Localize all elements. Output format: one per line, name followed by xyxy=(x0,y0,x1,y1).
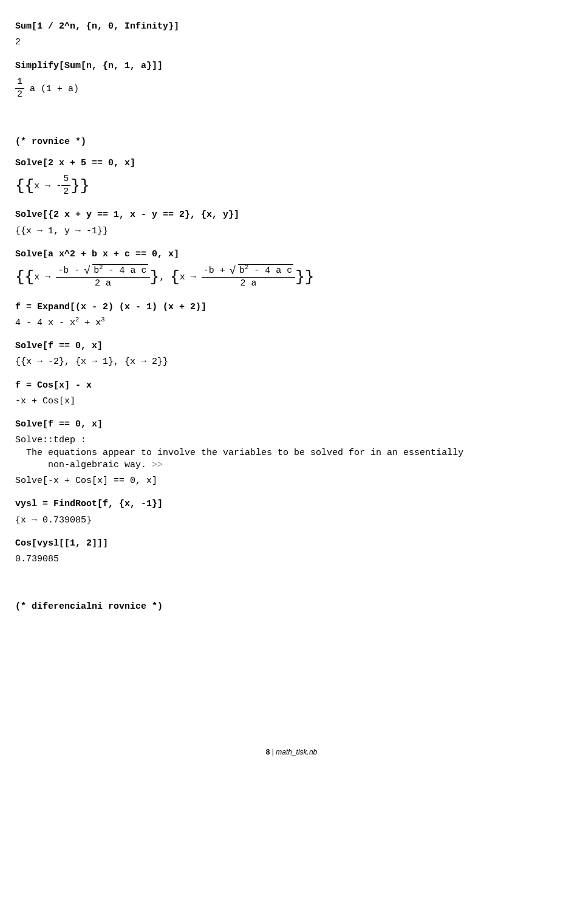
frac-num: 1 xyxy=(15,76,24,89)
rad-b: b xyxy=(239,265,245,276)
input-solve-linear: Solve[2 x + 5 == 0, x] xyxy=(15,157,568,169)
input-solve-f: Solve[f == 0, x] xyxy=(15,340,568,352)
frac-num: 5 xyxy=(61,173,70,186)
input-cos-vysl: Cos[vysl[[1, 2]]] xyxy=(15,538,568,550)
output-simplify-sum: 1 2 a (1 + a) xyxy=(15,76,568,101)
output-solve-system: {{x → 1, y → -1}} xyxy=(15,225,568,238)
input-expand: f = Expand[(x - 2) (x - 1) (x + 2)] xyxy=(15,301,568,313)
file-name: math_tisk.nb xyxy=(276,748,317,756)
rad-b: b xyxy=(94,265,99,276)
output-solve-linear: {{x → - 5 2 }} xyxy=(15,173,568,199)
output-f-cos: -x + Cos[x] xyxy=(15,395,568,408)
sol-x1-lhs: x → xyxy=(34,272,56,282)
sep: , xyxy=(159,272,170,282)
message-tdep: Solve::tdep : The equations appear to in… xyxy=(15,434,568,471)
poly-part-b: + x xyxy=(79,318,101,328)
input-sum-infinite: Sum[1 / 2^n, {n, 0, Infinity}] xyxy=(15,21,568,33)
output-sum-infinite: 2 xyxy=(15,36,568,49)
footer-sep: | xyxy=(270,748,276,756)
rad-rest: - 4 a c xyxy=(248,265,292,276)
input-f-cos: f = Cos[x] - x xyxy=(15,380,568,392)
msg-text: Solve::tdep : The equations appear to in… xyxy=(15,435,463,470)
output-expand: 4 - 4 x - x2 + x3 xyxy=(15,317,568,329)
sol-x2-lhs: x → xyxy=(180,272,202,282)
frac-den: 2 xyxy=(15,89,24,101)
frac-num: -b - b2 - 4 a c xyxy=(56,264,149,278)
output-rest: a (1 + a) xyxy=(24,83,79,94)
input-solve-quadratic: Solve[a x^2 + b x + c == 0, x] xyxy=(15,248,568,261)
output-solve-transcendental: Solve[-x + Cos[x] == 0, x] xyxy=(15,475,568,487)
output-solve-quadratic: {{x → -b - b2 - 4 a c 2 a }, {x → -b + b… xyxy=(15,264,568,290)
frac-den: 2 a xyxy=(56,278,149,290)
output-cos-vysl: 0.739085 xyxy=(15,553,568,566)
frac-den: 2 xyxy=(61,186,70,198)
output-solve-f: {{x → -2}, {x → 1}, {x → 2}} xyxy=(15,356,568,368)
comment-diferencialni: (* diferencialni rovnice *) xyxy=(15,601,568,613)
num-prefix: -b - xyxy=(58,265,85,276)
frac-den: 2 a xyxy=(202,278,295,290)
num-prefix: -b + xyxy=(203,265,231,276)
input-findroot: vysl = FindRoot[f, {x, -1}] xyxy=(15,498,568,510)
input-solve-transcendental: Solve[f == 0, x] xyxy=(15,419,568,431)
page-footer: 8 | math_tisk.nb xyxy=(15,747,568,757)
poly-part-a: 4 - 4 x - x xyxy=(15,318,75,328)
rad-rest: - 4 a c xyxy=(103,265,147,276)
input-simplify-sum: Simplify[Sum[n, {n, 1, a}]] xyxy=(15,60,568,72)
comment-rovnice: (* rovnice *) xyxy=(15,136,568,148)
msg-more-link[interactable]: >> xyxy=(152,460,163,470)
solution-x: x → - xyxy=(34,180,61,191)
output-findroot: {x → 0.739085} xyxy=(15,515,568,527)
input-solve-system: Solve[{2 x + y == 1, x - y == 2}, {x, y}… xyxy=(15,209,568,221)
frac-num: -b + b2 - 4 a c xyxy=(202,264,295,278)
